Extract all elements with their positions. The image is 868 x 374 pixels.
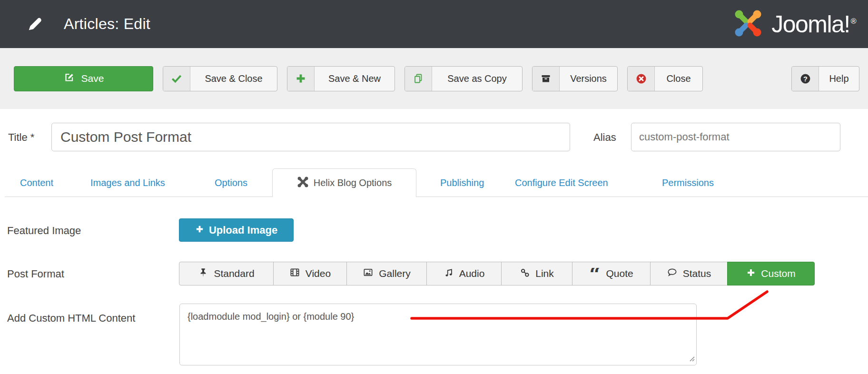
versions-button[interactable]: Versions bbox=[532, 66, 618, 91]
save-button[interactable]: Save bbox=[14, 66, 153, 91]
quote-icon: “ bbox=[589, 268, 601, 279]
format-gallery-button[interactable]: Gallery bbox=[346, 262, 427, 285]
help-button[interactable]: ? Help bbox=[791, 66, 859, 91]
joomla-logo-icon bbox=[732, 8, 764, 40]
link-icon bbox=[520, 267, 530, 280]
title-input[interactable] bbox=[51, 123, 570, 151]
tab-images-and-links[interactable]: Images and Links bbox=[90, 169, 165, 197]
tab-helix-blog-options[interactable]: Helix Blog Options bbox=[272, 168, 416, 197]
format-link-button[interactable]: Link bbox=[501, 262, 572, 285]
format-quote-button[interactable]: “ Quote bbox=[572, 262, 651, 285]
cancel-icon bbox=[628, 67, 655, 91]
question-icon: ? bbox=[792, 67, 819, 91]
upload-image-button[interactable]: Upload Image bbox=[179, 218, 294, 242]
check-icon bbox=[163, 67, 190, 91]
image-icon bbox=[363, 267, 374, 280]
alias-label: Alias bbox=[593, 131, 616, 144]
save-and-new-button[interactable]: Save & New bbox=[287, 66, 395, 91]
format-audio-button[interactable]: Audio bbox=[426, 262, 502, 285]
edit-pencil-icon bbox=[26, 15, 44, 33]
format-video-button[interactable]: Video bbox=[273, 262, 347, 285]
custom-html-field-wrap: {loadmodule mod_login} or {module 90} bbox=[179, 304, 697, 365]
page-title: Articles: Edit bbox=[64, 15, 150, 33]
tabs-divider bbox=[5, 197, 868, 197]
format-status-button[interactable]: Status bbox=[650, 262, 728, 285]
save-and-close-button[interactable]: Save & Close bbox=[163, 66, 277, 91]
post-format-label: Post Format bbox=[7, 268, 64, 280]
toolbar: Save Save & Close Save & New Save as Cop… bbox=[0, 48, 868, 109]
format-custom-button[interactable]: Custom bbox=[727, 262, 815, 285]
film-icon bbox=[289, 267, 300, 280]
plus-icon bbox=[746, 268, 756, 280]
plus-icon bbox=[287, 67, 315, 91]
tab-content[interactable]: Content bbox=[20, 169, 53, 197]
featured-image-label: Featured Image bbox=[7, 225, 81, 237]
registered-mark: ® bbox=[851, 17, 856, 25]
save-as-copy-button[interactable]: Save as Copy bbox=[404, 66, 523, 91]
post-format-button-group: Standard Video Gallery Audio Link bbox=[179, 262, 815, 285]
header-bar: Articles: Edit Joomla!® bbox=[0, 0, 868, 48]
archive-icon bbox=[533, 67, 560, 91]
custom-html-label: Add Custom HTML Content bbox=[7, 312, 135, 325]
articles-edit-page: Articles: Edit Joomla!® bbox=[0, 0, 868, 374]
resize-handle-icon[interactable] bbox=[689, 355, 695, 364]
format-standard-button[interactable]: Standard bbox=[179, 262, 274, 285]
joomla-brand: Joomla!® bbox=[732, 0, 856, 48]
music-icon bbox=[444, 267, 454, 280]
close-button[interactable]: Close bbox=[627, 66, 703, 91]
alias-input[interactable] bbox=[631, 123, 840, 151]
tab-publishing[interactable]: Publishing bbox=[440, 169, 484, 197]
save-edit-icon bbox=[63, 72, 75, 86]
tab-permissions[interactable]: Permissions bbox=[662, 169, 714, 197]
copy-icon bbox=[405, 67, 432, 91]
plus-icon bbox=[195, 224, 204, 236]
comment-icon bbox=[667, 267, 678, 280]
brand-wordmark: Joomla!® bbox=[771, 10, 856, 38]
title-label: Title * bbox=[8, 131, 34, 144]
tab-configure-edit-screen[interactable]: Configure Edit Screen bbox=[515, 169, 608, 197]
svg-text:?: ? bbox=[803, 75, 808, 82]
custom-html-textarea[interactable]: {loadmodule mod_login} or {module 90} bbox=[179, 304, 697, 365]
pin-icon bbox=[198, 267, 208, 280]
joomla-mark-icon bbox=[297, 176, 309, 190]
tab-options[interactable]: Options bbox=[215, 169, 247, 197]
